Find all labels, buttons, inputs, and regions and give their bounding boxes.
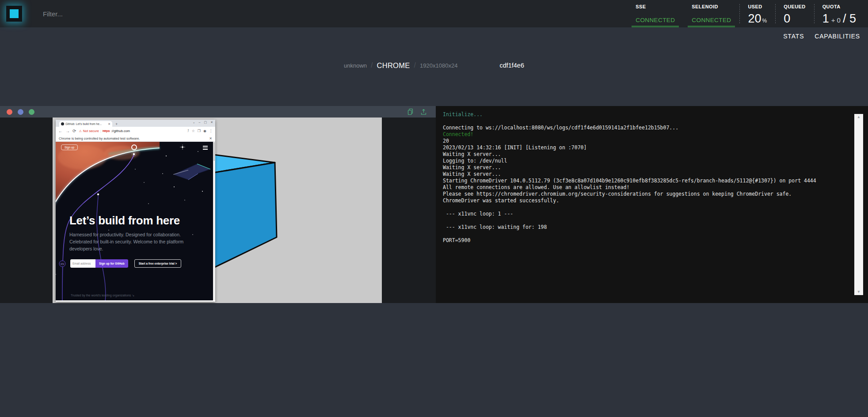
stat-queued-label: QUEUED	[784, 4, 805, 9]
stat-quota: QUOTA 1 + 0 / 5	[814, 0, 864, 27]
log-line: ChromeDriver was started successfully.	[443, 197, 848, 204]
warning-icon: ⚠	[79, 129, 81, 133]
fullscreen-dot-icon[interactable]	[29, 109, 34, 115]
browser-scrollbar-thumb[interactable]	[213, 142, 215, 161]
github-signup-top-button[interactable]: Sign up	[61, 144, 78, 150]
github-favicon-icon	[61, 122, 64, 125]
github-octocat-logo-icon[interactable]	[131, 144, 137, 150]
log-line: 2023/02/13 14:32:16 [INIT] [Listening on…	[443, 144, 848, 151]
selenoid-logo-inner	[10, 9, 19, 18]
session-log-panel: Initialize... Connecting to ws://localho…	[436, 106, 868, 303]
browser-toolbar: ← → ⟳ ⚠ Not secure | https ://github.com…	[56, 127, 215, 135]
address-divider: |	[100, 129, 101, 133]
back-icon[interactable]: ←	[58, 129, 63, 133]
log-line	[443, 118, 848, 125]
log-line: Logging to: /dev/null	[443, 158, 848, 164]
stat-used: USED 20 %	[739, 0, 775, 27]
profile-avatar-icon[interactable]: ◉	[203, 129, 206, 133]
session-id-link[interactable]: cdf1f4e6	[499, 62, 524, 69]
log-line: --- x11vnc loop: 1 ---	[443, 211, 848, 217]
signup-for-github-button[interactable]: Sign up for GitHub	[95, 259, 128, 268]
log-line: PORT=5900	[443, 237, 848, 244]
browser-menu-icon[interactable]: ⋮	[209, 129, 213, 133]
stat-sse-label: SSE	[636, 4, 675, 9]
infobar-text: Chrome is being controlled by automated …	[59, 136, 140, 140]
tab-stats[interactable]: STATS	[783, 33, 804, 40]
scroll-up-icon[interactable]: ▲	[858, 115, 860, 119]
session-row[interactable]: unknown / CHROME / 1920x1080x24 cdf1f4e6	[0, 59, 868, 72]
browser-tab[interactable]: GitHub: Let's build from he... ✕	[59, 121, 112, 127]
session-user: unknown	[344, 62, 367, 69]
log-line: Starting ChromeDriver 104.0.5112.79 (3cf…	[443, 178, 848, 184]
status-stats: SSE CONNECTED SELENOID CONNECTED USED 20…	[627, 0, 868, 27]
bookmark-star-icon[interactable]: ☆	[192, 129, 195, 133]
filter-input[interactable]	[42, 10, 183, 18]
tab-groups-icon[interactable]: ❐	[198, 129, 201, 133]
log-line	[443, 231, 848, 237]
log-line	[443, 217, 848, 224]
log-line: Waiting X server...	[443, 151, 848, 158]
stat-queued-value: 0	[784, 13, 790, 25]
selenoid-logo-icon	[6, 6, 22, 22]
tab-capabilities[interactable]: CAPABILITIES	[815, 33, 860, 40]
address-bar[interactable]: ⚠ Not secure | https ://github.com	[79, 129, 184, 133]
automation-infobar: Chrome is being controlled by automated …	[56, 135, 215, 142]
address-url: ://github.com	[111, 129, 130, 133]
email-input[interactable]: Email address	[70, 259, 95, 268]
stat-used-value: 20	[748, 13, 761, 25]
stat-used-label: USED	[748, 4, 767, 9]
stat-used-unit: %	[762, 18, 767, 24]
spaceship-art	[173, 164, 210, 180]
stat-quota-used: 1	[822, 13, 829, 25]
browser-window[interactable]: GitHub: Let's build from he... ✕ + ⌄ – ▢…	[56, 120, 215, 302]
log-line: Waiting X server...	[443, 171, 848, 178]
upload-share-icon[interactable]	[420, 108, 427, 115]
tab-title: GitHub: Let's build from he...	[65, 122, 107, 125]
code-badge-icon: <>	[59, 261, 65, 267]
scroll-down-icon[interactable]: ▼	[858, 290, 860, 294]
log-line: --- x11vnc loop: waiting for: 198	[443, 224, 848, 231]
reload-icon[interactable]: ⟳	[72, 129, 76, 133]
trusted-orgs-text: Trusted by the world’s leading organizat…	[71, 294, 134, 297]
remote-desktop[interactable]: GitHub: Let's build from he... ✕ + ⌄ – ▢…	[53, 118, 382, 303]
session-separator: /	[414, 61, 416, 69]
log-scrollbar[interactable]: ▲ ▼	[854, 114, 863, 295]
log-line: All remote connections are allowed. Use …	[443, 184, 848, 191]
nav-tabs-row: STATS CAPABILITIES	[0, 27, 868, 45]
log-line: 20	[443, 138, 848, 144]
stat-selenoid: SELENOID CONNECTED	[683, 0, 739, 27]
forward-icon[interactable]: →	[65, 129, 70, 133]
session-resolution: 1920x1080x24	[420, 62, 457, 69]
hero-subtitle: Harnessed for productivity. Designed for…	[69, 231, 197, 252]
top-bar: SSE CONNECTED SELENOID CONNECTED USED 20…	[0, 0, 868, 27]
stat-queued: QUEUED 0	[775, 0, 814, 27]
log-line: Connected!	[443, 131, 848, 138]
hamburger-menu-icon[interactable]	[203, 146, 208, 150]
not-secure-label: Not secure	[83, 129, 99, 133]
log-line	[443, 204, 848, 211]
log-line: Please see https://chromedriver.chromium…	[443, 191, 848, 197]
session-separator: /	[371, 61, 373, 69]
tab-close-icon[interactable]: ✕	[108, 122, 110, 126]
window-restore-icon[interactable]: ⌄	[193, 121, 195, 124]
new-tab-icon[interactable]: +	[115, 122, 118, 126]
minimize-dot-icon[interactable]	[18, 109, 23, 115]
hero-title: Let’s build from here	[69, 214, 200, 227]
session-browser: CHROME	[377, 61, 410, 70]
close-session-dot-icon[interactable]	[7, 109, 12, 115]
svg-text:<>: <>	[61, 262, 64, 266]
https-struck-label: https	[103, 129, 110, 133]
window-maximize-icon[interactable]: ▢	[204, 121, 207, 124]
stat-quota-pending: + 0	[831, 16, 841, 24]
window-close-icon[interactable]: ✕	[210, 121, 213, 124]
infobar-close-icon[interactable]: ✕	[209, 136, 212, 140]
enterprise-trial-button[interactable]: Start a free enterprise trial >	[134, 259, 182, 268]
browser-tab-strip: GitHub: Let's build from he... ✕ + ⌄ – ▢…	[56, 120, 215, 127]
vnc-screen[interactable]: GitHub: Let's build from he... ✕ + ⌄ – ▢…	[0, 118, 436, 303]
copy-clipboard-icon[interactable]	[407, 108, 414, 115]
share-icon[interactable]: ⤴	[187, 129, 189, 133]
browser-page-scrollbar[interactable]	[213, 142, 215, 300]
stat-selenoid-label: SELENOID	[692, 4, 731, 9]
window-minimize-icon[interactable]: –	[199, 121, 201, 124]
vnc-toolbar	[0, 106, 436, 118]
